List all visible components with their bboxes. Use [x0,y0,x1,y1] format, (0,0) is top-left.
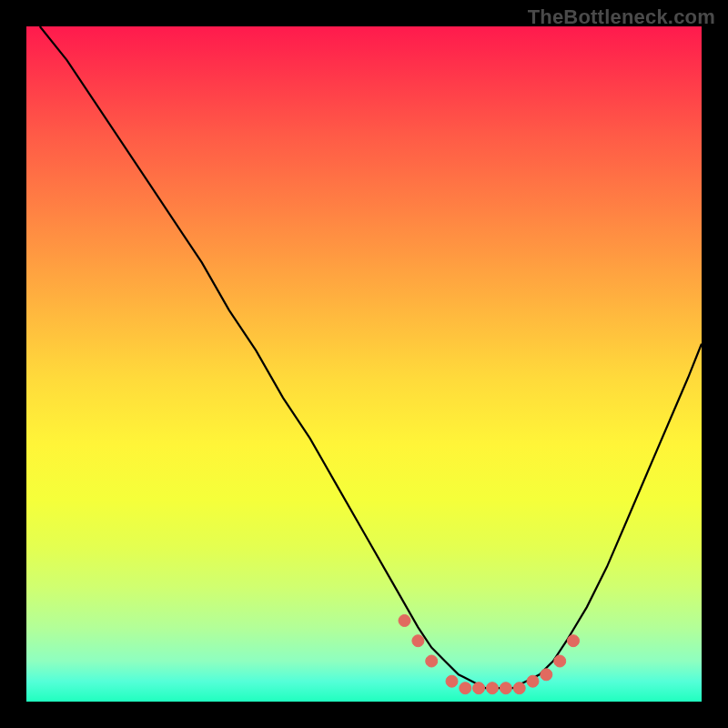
chart-frame: TheBottleneck.com [0,0,728,728]
valley-dot [473,682,485,694]
plot-area [26,26,702,702]
valley-dot [541,669,552,681]
valley-dot [399,615,410,627]
valley-dot [513,682,525,694]
valley-dot [460,682,471,694]
bottleneck-curve [40,26,702,688]
valley-dot [426,655,438,667]
valley-dot [446,675,458,687]
valley-dot [554,655,566,667]
valley-dot [412,635,424,647]
valley-dot [500,682,511,694]
valley-dot [568,635,580,647]
valley-dot [487,682,499,694]
curve-layer [26,26,702,702]
valley-dots [399,615,580,694]
valley-dot [527,675,539,687]
